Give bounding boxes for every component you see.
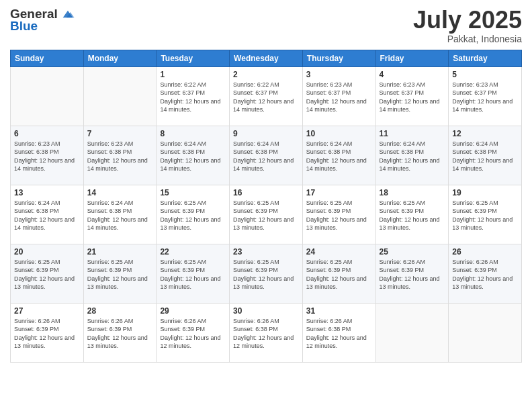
header-thursday: Thursday — [302, 50, 375, 66]
table-row — [11, 66, 84, 126]
day-number: 11 — [380, 129, 445, 138]
day-info: Sunrise: 6:25 AMSunset: 6:39 PMDaylight:… — [306, 258, 372, 291]
table-row: 11Sunrise: 6:24 AMSunset: 6:38 PMDayligh… — [375, 126, 449, 185]
table-row: 22Sunrise: 6:25 AMSunset: 6:39 PMDayligh… — [157, 244, 230, 303]
calendar-week-row: 20Sunrise: 6:25 AMSunset: 6:39 PMDayligh… — [11, 244, 522, 303]
day-number: 24 — [306, 247, 372, 257]
table-row: 3Sunrise: 6:23 AMSunset: 6:37 PMDaylight… — [302, 66, 375, 126]
table-row — [83, 66, 157, 126]
table-row: 8Sunrise: 6:24 AMSunset: 6:38 PMDaylight… — [157, 126, 230, 185]
table-row: 31Sunrise: 6:26 AMSunset: 6:38 PMDayligh… — [302, 303, 375, 362]
day-number: 3 — [306, 70, 372, 79]
header-monday: Monday — [83, 50, 157, 66]
table-row: 28Sunrise: 6:26 AMSunset: 6:39 PMDayligh… — [83, 303, 157, 362]
calendar-week-row: 1Sunrise: 6:22 AMSunset: 6:37 PMDaylight… — [11, 66, 522, 126]
day-info: Sunrise: 6:23 AMSunset: 6:38 PMDaylight:… — [87, 140, 153, 173]
day-info: Sunrise: 6:25 AMSunset: 6:39 PMDaylight:… — [160, 258, 226, 291]
table-row: 5Sunrise: 6:23 AMSunset: 6:37 PMDaylight… — [449, 66, 522, 126]
logo: General Blue — [10, 7, 75, 34]
day-info: Sunrise: 6:24 AMSunset: 6:38 PMDaylight:… — [380, 140, 445, 173]
table-row: 2Sunrise: 6:22 AMSunset: 6:37 PMDaylight… — [230, 66, 303, 126]
table-row: 21Sunrise: 6:25 AMSunset: 6:39 PMDayligh… — [83, 244, 157, 303]
calendar-week-row: 13Sunrise: 6:24 AMSunset: 6:38 PMDayligh… — [11, 185, 522, 244]
table-row: 7Sunrise: 6:23 AMSunset: 6:38 PMDaylight… — [83, 126, 157, 185]
table-row: 27Sunrise: 6:26 AMSunset: 6:39 PMDayligh… — [11, 303, 84, 362]
table-row: 10Sunrise: 6:24 AMSunset: 6:38 PMDayligh… — [302, 126, 375, 185]
calendar-week-row: 27Sunrise: 6:26 AMSunset: 6:39 PMDayligh… — [11, 303, 522, 362]
calendar-week-row: 6Sunrise: 6:23 AMSunset: 6:38 PMDaylight… — [11, 126, 522, 185]
day-number: 7 — [87, 129, 153, 138]
day-number: 23 — [233, 247, 299, 257]
day-number: 18 — [380, 188, 445, 197]
header-sunday: Sunday — [11, 50, 84, 66]
day-number: 27 — [14, 306, 80, 316]
day-info: Sunrise: 6:26 AMSunset: 6:39 PMDaylight:… — [380, 258, 445, 291]
day-number: 30 — [233, 306, 299, 316]
table-row: 26Sunrise: 6:26 AMSunset: 6:39 PMDayligh… — [449, 244, 522, 303]
day-number: 1 — [160, 70, 226, 79]
day-info: Sunrise: 6:25 AMSunset: 6:39 PMDaylight:… — [306, 199, 372, 232]
table-row — [449, 303, 522, 362]
day-number: 28 — [87, 306, 153, 316]
day-number: 14 — [87, 188, 153, 197]
day-number: 12 — [452, 129, 518, 138]
day-info: Sunrise: 6:24 AMSunset: 6:38 PMDaylight:… — [87, 199, 153, 232]
header-saturday: Saturday — [449, 50, 522, 66]
day-info: Sunrise: 6:25 AMSunset: 6:39 PMDaylight:… — [233, 258, 299, 291]
day-info: Sunrise: 6:26 AMSunset: 6:39 PMDaylight:… — [452, 258, 518, 291]
day-info: Sunrise: 6:24 AMSunset: 6:38 PMDaylight:… — [306, 140, 372, 173]
day-info: Sunrise: 6:23 AMSunset: 6:38 PMDaylight:… — [14, 140, 80, 173]
table-row: 13Sunrise: 6:24 AMSunset: 6:38 PMDayligh… — [11, 185, 84, 244]
day-info: Sunrise: 6:26 AMSunset: 6:38 PMDaylight:… — [233, 317, 299, 351]
day-number: 13 — [14, 188, 80, 197]
calendar-table: Sunday Monday Tuesday Wednesday Thursday… — [10, 50, 522, 363]
day-info: Sunrise: 6:24 AMSunset: 6:38 PMDaylight:… — [14, 199, 80, 232]
day-info: Sunrise: 6:23 AMSunset: 6:37 PMDaylight:… — [452, 81, 518, 114]
header-friday: Friday — [375, 50, 449, 66]
month-title: July 2025 — [413, 7, 522, 34]
day-number: 6 — [14, 129, 80, 138]
day-number: 19 — [452, 188, 518, 197]
table-row: 18Sunrise: 6:25 AMSunset: 6:39 PMDayligh… — [375, 185, 449, 244]
day-info: Sunrise: 6:22 AMSunset: 6:37 PMDaylight:… — [233, 81, 299, 114]
table-row: 12Sunrise: 6:24 AMSunset: 6:38 PMDayligh… — [449, 126, 522, 185]
table-row: 24Sunrise: 6:25 AMSunset: 6:39 PMDayligh… — [302, 244, 375, 303]
day-number: 21 — [87, 247, 153, 257]
day-info: Sunrise: 6:26 AMSunset: 6:38 PMDaylight:… — [306, 317, 372, 351]
day-number: 26 — [452, 247, 518, 257]
day-number: 5 — [452, 70, 518, 79]
table-row: 15Sunrise: 6:25 AMSunset: 6:39 PMDayligh… — [157, 185, 230, 244]
table-row: 19Sunrise: 6:25 AMSunset: 6:39 PMDayligh… — [449, 185, 522, 244]
day-info: Sunrise: 6:25 AMSunset: 6:39 PMDaylight:… — [452, 199, 518, 232]
day-info: Sunrise: 6:24 AMSunset: 6:38 PMDaylight:… — [452, 140, 518, 173]
table-row: 29Sunrise: 6:26 AMSunset: 6:39 PMDayligh… — [157, 303, 230, 362]
day-number: 22 — [160, 247, 226, 257]
day-info: Sunrise: 6:25 AMSunset: 6:39 PMDaylight:… — [380, 199, 445, 232]
day-number: 8 — [160, 129, 226, 138]
page-header: General Blue July 2025 Pakkat, Indonesia — [10, 7, 522, 44]
day-number: 20 — [14, 247, 80, 257]
day-number: 31 — [306, 306, 372, 316]
day-number: 9 — [233, 129, 299, 138]
table-row: 1Sunrise: 6:22 AMSunset: 6:37 PMDaylight… — [157, 66, 230, 126]
day-info: Sunrise: 6:26 AMSunset: 6:39 PMDaylight:… — [160, 317, 226, 351]
table-row: 30Sunrise: 6:26 AMSunset: 6:38 PMDayligh… — [230, 303, 303, 362]
day-info: Sunrise: 6:25 AMSunset: 6:39 PMDaylight:… — [233, 199, 299, 232]
day-info: Sunrise: 6:26 AMSunset: 6:39 PMDaylight:… — [87, 317, 153, 351]
day-info: Sunrise: 6:24 AMSunset: 6:38 PMDaylight:… — [233, 140, 299, 173]
table-row — [375, 303, 449, 362]
title-area: July 2025 Pakkat, Indonesia — [413, 7, 522, 44]
day-info: Sunrise: 6:25 AMSunset: 6:39 PMDaylight:… — [14, 258, 80, 291]
table-row: 6Sunrise: 6:23 AMSunset: 6:38 PMDaylight… — [11, 126, 84, 185]
location: Pakkat, Indonesia — [413, 34, 522, 44]
logo-icon — [60, 7, 75, 21]
header-wednesday: Wednesday — [230, 50, 303, 66]
header-tuesday: Tuesday — [157, 50, 230, 66]
day-number: 25 — [380, 247, 445, 257]
table-row: 4Sunrise: 6:23 AMSunset: 6:37 PMDaylight… — [375, 66, 449, 126]
table-row: 17Sunrise: 6:25 AMSunset: 6:39 PMDayligh… — [302, 185, 375, 244]
day-info: Sunrise: 6:22 AMSunset: 6:37 PMDaylight:… — [160, 81, 226, 114]
table-row: 16Sunrise: 6:25 AMSunset: 6:39 PMDayligh… — [230, 185, 303, 244]
day-number: 4 — [380, 70, 445, 79]
table-row: 20Sunrise: 6:25 AMSunset: 6:39 PMDayligh… — [11, 244, 84, 303]
